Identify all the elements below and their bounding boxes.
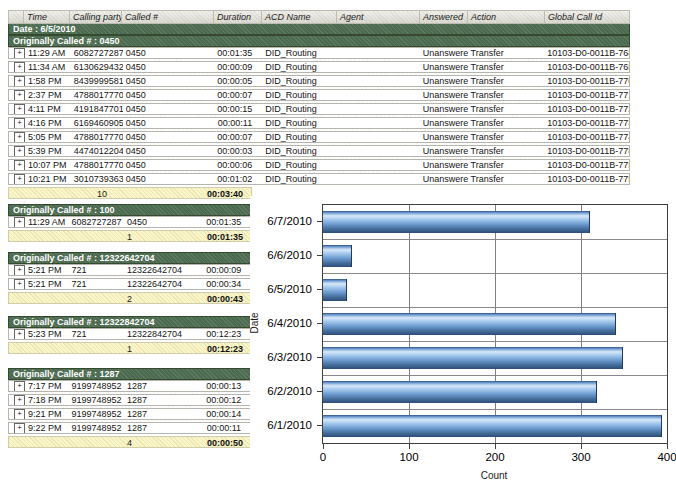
cell-agent xyxy=(337,160,420,170)
column-header-action[interactable]: Action xyxy=(468,10,545,24)
cell-calling-party: 3010739363 xyxy=(71,174,123,184)
table-row: + 5:21 PM 721 12322642704 00:00:34 xyxy=(8,278,252,290)
cell-action: Transfer xyxy=(468,90,545,100)
table-row: + 10:07 PM 4788017770 0450 00:00:06 DID_… xyxy=(8,159,630,171)
cell-calling-party: 721 xyxy=(69,265,125,275)
table-row: + 5:21 PM 721 12322642704 00:00:09 xyxy=(8,264,252,276)
column-header-global-call-id[interactable]: Global Call Id xyxy=(545,10,630,24)
expand-icon[interactable]: + xyxy=(14,160,25,170)
expand-icon[interactable]: + xyxy=(14,279,25,289)
cell-called: 12322642704 xyxy=(124,265,203,275)
cell-calling-party: 9199748952 xyxy=(69,381,125,391)
chart-bar xyxy=(323,381,597,403)
expand-icon[interactable]: + xyxy=(14,76,25,86)
expand-icon[interactable]: + xyxy=(14,423,25,433)
group-header: Originally Called # : 12322842704 xyxy=(8,316,252,328)
expand-icon[interactable]: + xyxy=(14,395,25,405)
cell-time: 11:29 AM xyxy=(25,48,71,58)
expand-icon[interactable]: + xyxy=(14,62,25,72)
cell-acd-name: DID_Routing xyxy=(262,118,337,128)
cell-time: 1:58 PM xyxy=(25,76,71,86)
summary-row: 1 00:12:23 xyxy=(8,342,252,354)
cell-calling-party: 4788017770 xyxy=(71,160,123,170)
chart-plot-area xyxy=(322,204,668,444)
expand-icon[interactable]: + xyxy=(14,217,25,227)
cell-calling-party: 9199748952 xyxy=(69,423,125,433)
summary-total-duration: 00:03:40 xyxy=(207,189,243,199)
cell-time: 4:16 PM xyxy=(25,118,71,128)
cell-global-call-id: 10103-D0-0011B-768 xyxy=(544,48,629,58)
cell-duration: 00:00:14 xyxy=(203,409,251,419)
cell-calling-party: 4788017770 xyxy=(71,132,123,142)
column-header-agent[interactable]: Agent xyxy=(337,10,420,24)
cell-called: 0450 xyxy=(123,132,215,142)
group-header: Originally Called # : 1287 xyxy=(8,368,252,380)
column-header-called-[interactable]: Called # xyxy=(122,10,214,24)
y-tick-label: 6/7/2010 xyxy=(250,214,312,228)
summary-row-main: 10 00:03:40 xyxy=(8,187,252,199)
expand-icon[interactable]: + xyxy=(14,90,25,100)
expand-icon[interactable]: + xyxy=(14,409,25,419)
cell-calling-party: 8439999581 xyxy=(71,76,123,86)
cell-answered: Unanswered xyxy=(420,104,468,114)
cell-time: 11:34 AM xyxy=(25,62,71,72)
expand-icon[interactable]: + xyxy=(14,146,25,156)
cell-answered: Unanswered xyxy=(420,132,468,142)
cell-action: Transfer xyxy=(468,48,545,58)
expand-icon[interactable]: + xyxy=(14,132,25,142)
x-axis-title: Count xyxy=(481,470,508,482)
expand-cell: + xyxy=(9,381,25,391)
call-report-table: TimeCalling party #Called #DurationACD N… xyxy=(8,10,630,199)
originally-called-group: Originally Called # : 12322842704 + 5:23… xyxy=(8,316,252,354)
expand-icon[interactable]: + xyxy=(14,381,25,391)
cell-action: Transfer xyxy=(468,146,545,156)
chart-bar xyxy=(323,313,616,335)
group-header: Originally Called # : 100 xyxy=(8,204,252,216)
expand-icon[interactable]: + xyxy=(14,104,25,114)
expand-cell: + xyxy=(9,217,25,227)
cell-calling-party: 6082727287 xyxy=(71,48,123,58)
cell-duration: 00:01:35 xyxy=(214,48,262,58)
originally-called-group: Originally Called # : 100 + 11:29 AM 608… xyxy=(8,204,252,242)
cell-called: 1287 xyxy=(124,409,203,419)
y-axis-title: Date xyxy=(249,312,261,333)
cell-global-call-id: 10103-D0-0011B-772 xyxy=(544,104,629,114)
cell-answered: Unanswered xyxy=(420,76,468,86)
table-row: + 11:29 AM 6082727287 0450 00:01:35 xyxy=(8,216,252,228)
column-header-calling-party-[interactable]: Calling party # xyxy=(70,10,122,24)
cell-duration: 00:00:15 xyxy=(214,104,262,114)
expand-icon[interactable]: + xyxy=(14,329,25,339)
cell-acd-name: DID_Routing xyxy=(262,174,337,184)
cell-action: Transfer xyxy=(468,160,545,170)
cell-called: 0450 xyxy=(123,146,215,156)
date-group-header: Date : 6/5/2010 xyxy=(8,23,630,35)
x-tick-label: 300 xyxy=(571,451,590,464)
expand-icon[interactable]: + xyxy=(14,174,25,184)
summary-total-duration: 00:00:43 xyxy=(207,294,243,304)
table-row: + 4:16 PM 6169460905 0450 00:00:11 DID_R… xyxy=(8,117,630,129)
expand-cell: + xyxy=(9,409,25,419)
cell-duration: 00:00:09 xyxy=(214,62,262,72)
column-header-answered[interactable]: Answered xyxy=(420,10,468,24)
column-header-acd-name[interactable]: ACD Name xyxy=(262,10,337,24)
originally-called-group: Originally Called # : 1287 + 7:17 PM 919… xyxy=(8,368,252,448)
cell-time: 5:39 PM xyxy=(25,146,71,156)
column-header-time[interactable]: Time xyxy=(24,10,70,24)
cell-acd-name: DID_Routing xyxy=(262,104,337,114)
cell-agent xyxy=(337,132,420,142)
cell-global-call-id: 10103-D0-0011B-77F xyxy=(544,174,629,184)
expand-icon[interactable]: + xyxy=(14,118,25,128)
y-tick-mark xyxy=(317,391,322,392)
table-row: + 7:18 PM 9199748952 1287 00:00:12 xyxy=(8,394,252,406)
y-tick-mark xyxy=(317,357,322,358)
cell-time: 11:29 AM xyxy=(25,217,69,227)
expand-icon[interactable]: + xyxy=(14,48,25,58)
cell-action: Transfer xyxy=(468,132,545,142)
y-tick-label: 6/5/2010 xyxy=(250,282,312,296)
expand-cell: + xyxy=(9,329,25,339)
column-header-expand[interactable] xyxy=(8,10,24,24)
calls-per-date-bar-chart: 6/7/20106/6/20106/5/20106/4/20106/3/2010… xyxy=(250,196,676,485)
expand-icon[interactable]: + xyxy=(14,265,25,275)
table-row: + 9:21 PM 9199748952 1287 00:00:14 xyxy=(8,408,252,420)
column-header-duration[interactable]: Duration xyxy=(214,10,262,24)
